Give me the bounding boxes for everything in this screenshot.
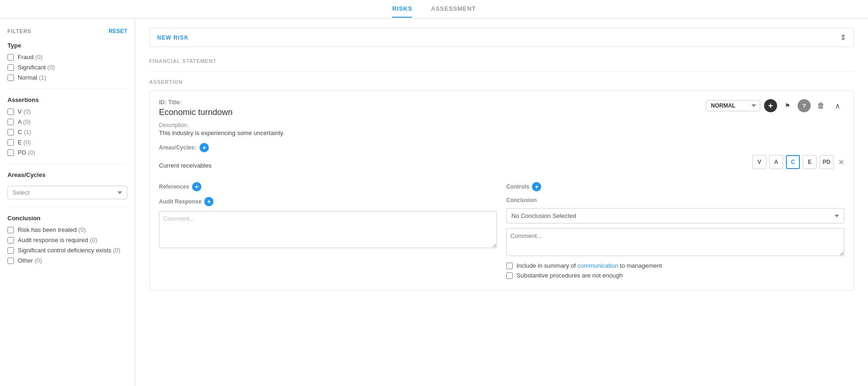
financial-statement-label: FINANCIAL STATEMENT — [149, 58, 854, 64]
assertion-btn-c[interactable]: C — [786, 155, 800, 169]
filter-item-fraud: Fraud (0) — [7, 54, 127, 61]
required-label[interactable]: Audit response is required (0) — [18, 237, 97, 244]
reset-button[interactable]: RESET — [109, 28, 127, 34]
description-text: This industry is experiencing some uncer… — [159, 129, 844, 136]
a-label[interactable]: A (0) — [18, 118, 30, 125]
treated-checkbox[interactable] — [7, 227, 14, 233]
filter-item-a: A (0) — [7, 118, 127, 125]
fraud-checkbox[interactable] — [7, 54, 14, 61]
risk-lower-section: References + Audit Response + Controls + — [159, 182, 844, 282]
risk-type-select[interactable]: NORMAL FRAUD SIGNIFICANT — [706, 100, 760, 111]
conclusion-label: Conclusion — [506, 197, 844, 203]
management-checkbox[interactable] — [506, 263, 513, 269]
fraud-label[interactable]: Fraud (0) — [18, 54, 42, 61]
v-checkbox[interactable] — [7, 108, 14, 115]
filter-item-v: V (0) — [7, 108, 127, 115]
main-layout: FILTERS RESET Type Fraud (0) Significant… — [0, 19, 868, 386]
type-section-title: Type — [7, 42, 127, 49]
filter-item-other: Other (0) — [7, 257, 127, 264]
delete-button[interactable]: 🗑 — [814, 99, 827, 112]
substantive-label[interactable]: Substantive procedures are not enough — [517, 272, 623, 279]
area-tag: Current receivables — [159, 162, 212, 169]
description-label: Description: — [159, 122, 844, 129]
assertion-btn-a[interactable]: A — [769, 155, 783, 169]
conclusion-comment[interactable] — [506, 228, 844, 256]
v-label[interactable]: V (0) — [18, 108, 31, 115]
sidebar: FILTERS RESET Type Fraud (0) Significant… — [0, 19, 135, 386]
right-lower-section: Controls + Conclusion No Conclusion Sele… — [506, 182, 844, 282]
filter-item-significant: Significant (0) — [7, 64, 127, 71]
left-lower-section: References + Audit Response + — [159, 182, 497, 282]
audit-response-comment[interactable] — [159, 211, 497, 248]
title-label-text: Title: — [168, 99, 181, 106]
c-label[interactable]: C (1) — [18, 129, 31, 135]
pd-label[interactable]: PD (0) — [18, 149, 35, 156]
c-checkbox[interactable] — [7, 129, 14, 135]
conclusion-select[interactable]: No Conclusion Selected Risk has been tre… — [506, 208, 844, 223]
top-navigation: RISKS ASSESSMENT — [0, 0, 868, 19]
assertion-close-button[interactable]: ✕ — [838, 158, 844, 167]
help-button[interactable]: ? — [798, 99, 811, 112]
risk-title: Economic turndown — [159, 108, 233, 117]
risk-id-title-block: ID: Title: Economic turndown — [159, 99, 233, 117]
assertion-buttons: V A C E PD ✕ — [752, 155, 844, 169]
collapse-button[interactable]: ∧ — [831, 99, 844, 112]
tab-assessment[interactable]: ASSESSMENT — [431, 0, 475, 18]
substantive-checkbox[interactable] — [506, 272, 513, 279]
filter-item-e: E (0) — [7, 139, 127, 146]
expand-icon[interactable]: ⇕ — [840, 33, 846, 42]
assertion-btn-e[interactable]: E — [803, 155, 817, 169]
assertion-btn-v[interactable]: V — [752, 155, 766, 169]
risk-card-header: ID: Title: Economic turndown NORMAL FRAU… — [159, 99, 844, 117]
tab-risks[interactable]: RISKS — [392, 0, 412, 18]
deficiency-checkbox[interactable] — [7, 247, 14, 254]
add-areas-button[interactable]: + — [200, 143, 209, 152]
areas-section-title: Areas/Cycles — [7, 171, 127, 178]
references-label: References + — [159, 182, 497, 191]
filter-item-treated: Risk has been treated (0) — [7, 226, 127, 233]
content-area: NEW RISK ⇕ FINANCIAL STATEMENT ASSERTION… — [135, 19, 868, 386]
other-label[interactable]: Other (0) — [18, 257, 42, 264]
areas-cycles-label: Areas/Cycles: — [159, 144, 196, 151]
add-risk-button[interactable]: + — [764, 99, 777, 112]
risk-card: ID: Title: Economic turndown NORMAL FRAU… — [149, 90, 854, 291]
areas-cycles-select[interactable]: Select — [7, 186, 127, 199]
controls-label: Controls + — [506, 182, 844, 191]
assertion-btn-pd[interactable]: PD — [820, 155, 834, 169]
new-risk-bar: NEW RISK ⇕ — [149, 28, 854, 47]
normal-checkbox[interactable] — [7, 74, 14, 81]
pd-checkbox[interactable] — [7, 149, 14, 156]
areas-cycles-row: Areas/Cycles: + — [159, 143, 844, 152]
add-controls-button[interactable]: + — [532, 182, 541, 191]
audit-response-label: Audit Response + — [159, 197, 497, 206]
filter-item-required: Audit response is required (0) — [7, 237, 127, 244]
e-checkbox[interactable] — [7, 139, 14, 146]
checkbox-row-substantive: Substantive procedures are not enough — [506, 272, 844, 279]
new-risk-button[interactable]: NEW RISK — [157, 34, 189, 41]
sidebar-header: FILTERS RESET — [7, 28, 127, 34]
treated-label[interactable]: Risk has been treated (0) — [18, 226, 86, 233]
risk-id-row: ID: Title: — [159, 99, 233, 106]
filter-item-pd: PD (0) — [7, 149, 127, 156]
normal-label[interactable]: Normal (1) — [18, 74, 46, 81]
required-checkbox[interactable] — [7, 237, 14, 244]
flag-button[interactable]: ⚑ — [781, 99, 794, 112]
conclusion-section-title: Conclusion — [7, 215, 127, 222]
significant-checkbox[interactable] — [7, 64, 14, 71]
conclusion-select-wrapper: No Conclusion Selected Risk has been tre… — [506, 208, 844, 223]
significant-label[interactable]: Significant (0) — [18, 64, 55, 71]
e-label[interactable]: E (0) — [18, 139, 31, 146]
add-audit-response-button[interactable]: + — [204, 197, 214, 206]
risk-card-actions: NORMAL FRAUD SIGNIFICANT + ⚑ ? 🗑 ∧ — [706, 99, 844, 112]
deficiency-label[interactable]: Significant control deficiency exists (0… — [18, 247, 120, 254]
id-label: ID: — [159, 99, 166, 106]
a-checkbox[interactable] — [7, 119, 14, 125]
filters-label: FILTERS — [7, 28, 31, 34]
assertions-section-title: Assertions — [7, 96, 127, 103]
other-checkbox[interactable] — [7, 257, 14, 264]
management-label[interactable]: Include in summary of communication to m… — [517, 262, 662, 269]
checkbox-row-management: Include in summary of communication to m… — [506, 262, 844, 269]
filter-item-c: C (1) — [7, 129, 127, 135]
filter-item-normal: Normal (1) — [7, 74, 127, 81]
add-references-button[interactable]: + — [192, 182, 201, 191]
